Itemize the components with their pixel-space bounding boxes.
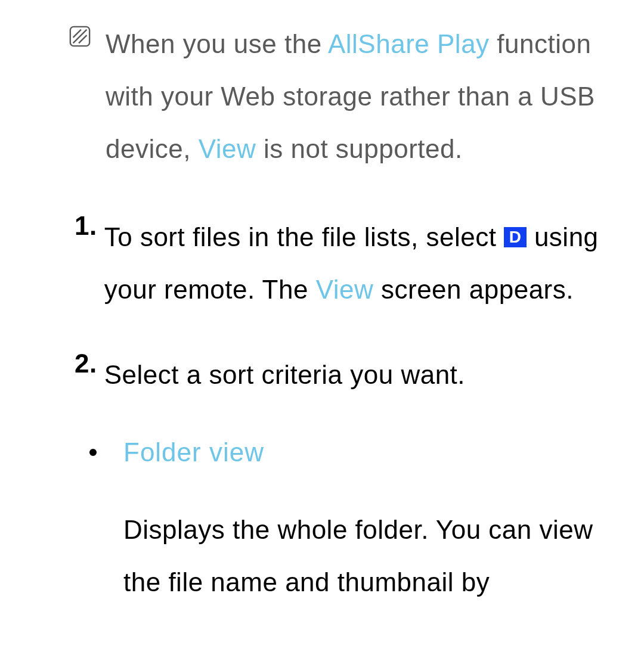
step-1: 1. To sort files in the file lists, sele… [18, 211, 626, 316]
bullet-folder-view: Folder view [18, 434, 626, 471]
note-highlight-allshare: AllShare Play [328, 29, 490, 58]
note-text: When you use the AllShare Play function … [106, 18, 626, 175]
d-button-icon: D [504, 227, 527, 247]
bullet-title: Folder view [123, 434, 264, 471]
step-1-number: 1. [75, 211, 97, 241]
note-text-part3: is not supported. [256, 134, 463, 163]
bullet-dot-icon [89, 449, 97, 456]
step-2-text: Select a sort criteria you want. [104, 349, 465, 401]
step-1-text: To sort files in the file lists, select … [104, 211, 626, 316]
step-2: 2. Select a sort criteria you want. [18, 349, 626, 401]
step-1-text-before: To sort files in the file lists, select [104, 222, 504, 252]
step-1-highlight-view: View [316, 275, 374, 304]
note-block: When you use the AllShare Play function … [18, 18, 626, 175]
step-2-number: 2. [75, 349, 97, 378]
step-1-text-end: screen appears. [373, 275, 574, 304]
bullet-description: Displays the whole folder. You can view … [18, 504, 626, 609]
note-icon [69, 25, 91, 48]
note-text-part1: When you use the [106, 29, 328, 58]
note-highlight-view: View [199, 134, 256, 163]
